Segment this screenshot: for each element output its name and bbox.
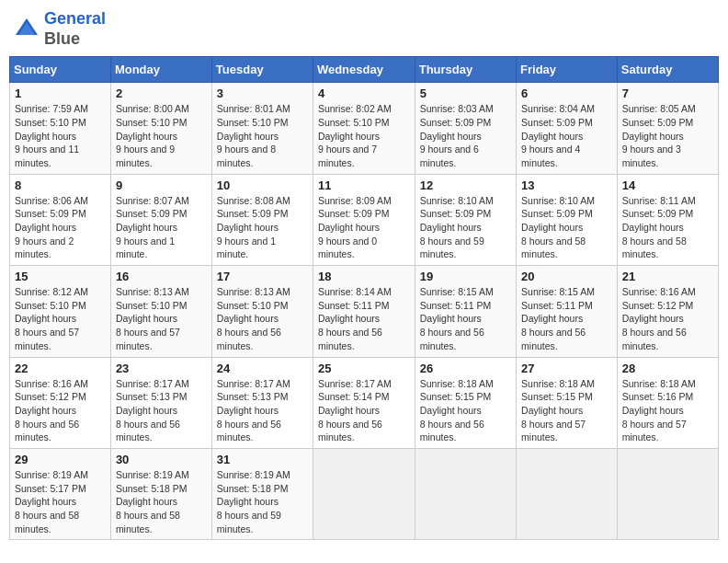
calendar-day-cell: 19 Sunrise: 8:15 AM Sunset: 5:11 PM Dayl… [415,266,516,357]
day-number: 26 [420,362,511,375]
calendar-day-cell: 17 Sunrise: 8:13 AM Sunset: 5:10 PM Dayl… [211,266,313,357]
calendar-day-cell: 26 Sunrise: 8:18 AM Sunset: 5:15 PM Dayl… [415,357,516,448]
page-header: GeneralBlue [9,9,719,49]
weekday-header: Saturday [617,57,718,83]
day-number: 29 [15,453,106,466]
day-number: 9 [116,178,207,192]
weekday-header: Monday [110,57,211,83]
page-wrapper: GeneralBlue SundayMondayTuesdayWednesday… [9,9,719,540]
day-number: 21 [622,270,713,283]
calendar-day-cell: 22 Sunrise: 8:16 AM Sunset: 5:12 PM Dayl… [10,357,111,448]
calendar-day-cell: 6 Sunrise: 8:04 AM Sunset: 5:09 PM Dayli… [517,83,618,174]
weekday-header: Thursday [415,57,516,83]
calendar-day-cell: 16 Sunrise: 8:13 AM Sunset: 5:10 PM Dayl… [110,266,211,357]
day-number: 30 [116,453,207,466]
calendar-day-cell: 14 Sunrise: 8:11 AM Sunset: 5:09 PM Dayl… [617,174,718,265]
day-info: Sunrise: 8:19 AM Sunset: 5:17 PM Dayligh… [15,468,106,535]
day-info: Sunrise: 8:15 AM Sunset: 5:11 PM Dayligh… [521,285,612,352]
day-info: Sunrise: 8:10 AM Sunset: 5:09 PM Dayligh… [521,194,612,261]
day-info: Sunrise: 8:19 AM Sunset: 5:18 PM Dayligh… [217,468,308,535]
day-info: Sunrise: 7:59 AM Sunset: 5:10 PM Dayligh… [15,102,106,169]
calendar-day-cell: 13 Sunrise: 8:10 AM Sunset: 5:09 PM Dayl… [517,174,618,265]
day-info: Sunrise: 8:11 AM Sunset: 5:09 PM Dayligh… [622,194,713,261]
day-number: 7 [622,86,713,100]
day-info: Sunrise: 8:14 AM Sunset: 5:11 PM Dayligh… [318,285,410,352]
calendar-day-cell: 31 Sunrise: 8:19 AM Sunset: 5:18 PM Dayl… [211,448,313,539]
calendar-day-cell: 23 Sunrise: 8:17 AM Sunset: 5:13 PM Dayl… [110,357,211,448]
day-number: 25 [318,362,410,375]
day-info: Sunrise: 8:19 AM Sunset: 5:18 PM Dayligh… [116,468,207,535]
day-number: 28 [622,362,713,375]
day-info: Sunrise: 8:17 AM Sunset: 5:13 PM Dayligh… [217,377,308,444]
calendar-day-cell: 12 Sunrise: 8:10 AM Sunset: 5:09 PM Dayl… [415,174,516,265]
calendar-day-cell: 5 Sunrise: 8:03 AM Sunset: 5:09 PM Dayli… [415,83,516,174]
calendar-week-row: 1 Sunrise: 7:59 AM Sunset: 5:10 PM Dayli… [10,83,719,174]
day-number: 6 [521,86,612,100]
day-info: Sunrise: 8:08 AM Sunset: 5:09 PM Dayligh… [217,194,308,261]
header-row: SundayMondayTuesdayWednesdayThursdayFrid… [10,57,719,83]
logo-icon [13,16,40,43]
logo: GeneralBlue [13,9,106,49]
calendar-day-cell: 7 Sunrise: 8:05 AM Sunset: 5:09 PM Dayli… [617,83,718,174]
day-number: 5 [420,86,511,100]
day-number: 8 [15,178,106,192]
weekday-header: Wednesday [313,57,415,83]
calendar-day-cell: 20 Sunrise: 8:15 AM Sunset: 5:11 PM Dayl… [517,266,618,357]
calendar-week-row: 29 Sunrise: 8:19 AM Sunset: 5:17 PM Dayl… [10,448,719,539]
calendar-week-row: 22 Sunrise: 8:16 AM Sunset: 5:12 PM Dayl… [10,357,719,448]
day-info: Sunrise: 8:12 AM Sunset: 5:10 PM Dayligh… [15,285,106,352]
weekday-header: Sunday [10,57,111,83]
calendar-day-cell: 10 Sunrise: 8:08 AM Sunset: 5:09 PM Dayl… [211,174,313,265]
day-info: Sunrise: 8:18 AM Sunset: 5:15 PM Dayligh… [521,377,612,444]
calendar-day-cell: 24 Sunrise: 8:17 AM Sunset: 5:13 PM Dayl… [211,357,313,448]
day-info: Sunrise: 8:16 AM Sunset: 5:12 PM Dayligh… [622,285,713,352]
calendar-header: SundayMondayTuesdayWednesdayThursdayFrid… [10,57,719,83]
calendar-week-row: 15 Sunrise: 8:12 AM Sunset: 5:10 PM Dayl… [10,266,719,357]
day-number: 20 [521,270,612,283]
calendar-day-cell: 18 Sunrise: 8:14 AM Sunset: 5:11 PM Dayl… [313,266,415,357]
day-number: 18 [318,270,410,283]
calendar-day-cell: 11 Sunrise: 8:09 AM Sunset: 5:09 PM Dayl… [313,174,415,265]
day-info: Sunrise: 8:18 AM Sunset: 5:16 PM Dayligh… [622,377,713,444]
day-info: Sunrise: 8:07 AM Sunset: 5:09 PM Dayligh… [116,194,207,261]
day-info: Sunrise: 8:02 AM Sunset: 5:10 PM Dayligh… [318,102,410,169]
calendar-day-cell: 30 Sunrise: 8:19 AM Sunset: 5:18 PM Dayl… [110,448,211,539]
calendar-day-cell [617,448,718,539]
calendar-body: 1 Sunrise: 7:59 AM Sunset: 5:10 PM Dayli… [10,83,719,540]
calendar-day-cell [415,448,516,539]
day-info: Sunrise: 8:04 AM Sunset: 5:09 PM Dayligh… [521,102,612,169]
day-info: Sunrise: 8:05 AM Sunset: 5:09 PM Dayligh… [622,102,713,169]
calendar-day-cell: 2 Sunrise: 8:00 AM Sunset: 5:10 PM Dayli… [110,83,211,174]
calendar-day-cell: 9 Sunrise: 8:07 AM Sunset: 5:09 PM Dayli… [110,174,211,265]
day-info: Sunrise: 8:17 AM Sunset: 5:14 PM Dayligh… [318,377,410,444]
calendar-day-cell: 1 Sunrise: 7:59 AM Sunset: 5:10 PM Dayli… [10,83,111,174]
day-number: 14 [622,178,713,192]
day-info: Sunrise: 8:09 AM Sunset: 5:09 PM Dayligh… [318,194,410,261]
calendar-day-cell [313,448,415,539]
day-number: 27 [521,362,612,375]
weekday-header: Friday [517,57,618,83]
day-number: 23 [116,362,207,375]
day-number: 31 [217,453,308,466]
day-info: Sunrise: 8:18 AM Sunset: 5:15 PM Dayligh… [420,377,511,444]
day-info: Sunrise: 8:00 AM Sunset: 5:10 PM Dayligh… [116,102,207,169]
day-number: 22 [15,362,106,375]
calendar-week-row: 8 Sunrise: 8:06 AM Sunset: 5:09 PM Dayli… [10,174,719,265]
day-info: Sunrise: 8:13 AM Sunset: 5:10 PM Dayligh… [217,285,308,352]
day-number: 2 [116,86,207,100]
calendar-day-cell: 25 Sunrise: 8:17 AM Sunset: 5:14 PM Dayl… [313,357,415,448]
day-number: 11 [318,178,410,192]
day-number: 16 [116,270,207,283]
weekday-header: Tuesday [211,57,313,83]
calendar-day-cell: 8 Sunrise: 8:06 AM Sunset: 5:09 PM Dayli… [10,174,111,265]
calendar-day-cell: 3 Sunrise: 8:01 AM Sunset: 5:10 PM Dayli… [211,83,313,174]
calendar-table: SundayMondayTuesdayWednesdayThursdayFrid… [9,56,719,540]
day-number: 15 [15,270,106,283]
day-number: 10 [217,178,308,192]
calendar-day-cell: 4 Sunrise: 8:02 AM Sunset: 5:10 PM Dayli… [313,83,415,174]
calendar-day-cell: 15 Sunrise: 8:12 AM Sunset: 5:10 PM Dayl… [10,266,111,357]
day-number: 4 [318,86,410,100]
day-info: Sunrise: 8:01 AM Sunset: 5:10 PM Dayligh… [217,102,308,169]
day-number: 12 [420,178,511,192]
day-info: Sunrise: 8:15 AM Sunset: 5:11 PM Dayligh… [420,285,511,352]
